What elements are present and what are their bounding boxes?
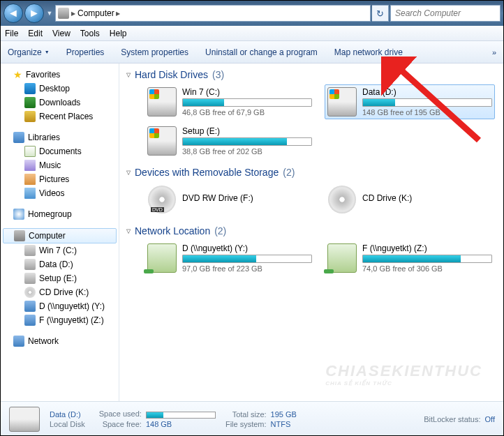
section-hdd[interactable]: ▽ Hard Disk Drives (3) — [126, 66, 496, 84]
toolbar-system-properties[interactable]: System properties — [121, 47, 188, 57]
collapse-icon: ▽ — [126, 228, 131, 234]
section-count: (3) — [212, 69, 224, 80]
capacity-bar — [362, 98, 492, 107]
network-icon — [13, 336, 24, 347]
status-key: Space free: — [99, 420, 142, 428]
sidebar-favorites[interactable]: ★Favorites — [1, 68, 119, 82]
section-title: Devices with Removable Storage — [135, 167, 279, 178]
drive-status: 46,8 GB free of 67,9 GB — [182, 108, 312, 116]
toolbar-overflow[interactable]: » — [492, 48, 496, 57]
status-value: 148 GB — [146, 420, 216, 428]
documents-icon — [24, 146, 36, 157]
sidebar-item-documents[interactable]: Documents — [1, 144, 119, 158]
drive-net-y[interactable]: D (\\nguyetkt) (Y:) 97,0 GB free of 223 … — [144, 241, 315, 276]
breadcrumb-computer[interactable]: Computer ▶ — [77, 8, 120, 18]
status-key: Total size: — [225, 410, 267, 419]
collapse-icon: ▽ — [126, 170, 131, 176]
drive-cd-k[interactable]: CD Drive (K:) — [325, 182, 495, 217]
sidebar-network[interactable]: Network — [1, 334, 119, 348]
hdd-icon — [147, 126, 177, 156]
status-value — [146, 409, 216, 418]
sidebar-item-downloads[interactable]: Downloads — [1, 96, 119, 110]
drive-net-z[interactable]: F (\\nguyetkt) (Z:) 74,0 GB free of 306 … — [325, 241, 495, 276]
music-icon — [24, 160, 36, 171]
computer-icon — [14, 230, 25, 241]
back-button[interactable]: ◄ — [3, 3, 23, 23]
sidebar-libraries[interactable]: Libraries — [1, 130, 119, 144]
drive-setup-e[interactable]: Setup (E:) 38,8 GB free of 202 GB — [144, 123, 315, 158]
sidebar-item-videos[interactable]: Videos — [1, 186, 119, 200]
drive-label: F (\\nguyetkt) (Z:) — [362, 243, 492, 255]
section-title: Hard Disk Drives — [135, 69, 208, 80]
drive-status: 148 GB free of 195 GB — [362, 108, 492, 116]
drive-dvd-f[interactable]: DVD DVD RW Drive (F:) — [144, 182, 315, 217]
sidebar-homegroup[interactable]: Homegroup — [1, 207, 119, 221]
sidebar-item-drive-d[interactable]: Data (D:) — [1, 257, 119, 271]
sidebar-item-music[interactable]: Music — [1, 158, 119, 172]
sidebar-item-drive-z[interactable]: F (\\nguyetkt) (Z:) — [1, 313, 119, 327]
toolbar-uninstall[interactable]: Uninstall or change a program — [205, 47, 318, 57]
sidebar-item-drive-k[interactable]: CD Drive (K:) — [1, 285, 119, 299]
section-network[interactable]: ▽ Network Location (2) — [126, 223, 496, 241]
sidebar-item-pictures[interactable]: Pictures — [1, 172, 119, 186]
chevron-right-icon: ▶ — [116, 10, 120, 17]
history-dropdown[interactable]: ▼ — [45, 3, 54, 23]
network-drive-icon — [327, 243, 357, 273]
recent-icon — [24, 111, 36, 122]
watermark: CHIASEKIENTHUC CHIA SẺ KIẾN THỨC — [325, 362, 482, 386]
drive-status: 38,8 GB free of 202 GB — [182, 147, 312, 156]
drive-win7-c[interactable]: Win 7 (C:) 46,8 GB free of 67,9 GB — [144, 84, 315, 119]
sidebar-item-recent-places[interactable]: Recent Places — [1, 110, 119, 123]
toolbar-properties[interactable]: Properties — [66, 47, 105, 57]
drive-icon — [24, 245, 36, 256]
sidebar-item-drive-y[interactable]: D (\\nguyetkt) (Y:) — [1, 299, 119, 313]
cd-icon — [327, 185, 357, 214]
menu-view[interactable]: View — [52, 29, 71, 38]
cd-icon — [24, 287, 36, 298]
window-titlebar: ◄ ► ▼ ▶ Computer ▶ ↻ — [1, 1, 503, 26]
toolbar-map-network-drive[interactable]: Map network drive — [334, 47, 403, 57]
sidebar-computer[interactable]: Computer — [3, 228, 117, 243]
toolbar: Organize ▼ Properties System properties … — [1, 41, 503, 63]
drive-label: Setup (E:) — [182, 126, 312, 137]
navigation-pane: ★Favorites Desktop Downloads Recent Plac… — [1, 63, 119, 401]
drive-status: 74,0 GB free of 306 GB — [362, 264, 492, 273]
menu-help[interactable]: Help — [110, 29, 127, 38]
search-input[interactable] — [390, 5, 501, 22]
status-key: Space used: — [99, 409, 142, 418]
capacity-bar — [182, 98, 312, 107]
drive-label: Win 7 (C:) — [182, 87, 312, 98]
capacity-bar — [182, 137, 312, 146]
drive-data-d[interactable]: Data (D:) 148 GB free of 195 GB — [325, 84, 495, 119]
menu-edit[interactable]: Edit — [28, 29, 43, 38]
organize-button[interactable]: Organize ▼ — [8, 47, 50, 57]
refresh-button[interactable]: ↻ — [372, 5, 389, 22]
desktop-icon — [24, 83, 36, 94]
status-value: 195 GB — [271, 410, 297, 419]
hdd-icon — [147, 87, 177, 116]
capacity-bar — [362, 255, 492, 263]
hdd-icon — [9, 407, 40, 432]
section-count: (2) — [283, 167, 295, 178]
collapse-icon: ▽ — [126, 72, 131, 78]
status-key: File system: — [225, 420, 267, 428]
hdd-icon — [327, 87, 357, 116]
menu-file[interactable]: File — [5, 29, 18, 38]
address-bar[interactable]: ▶ Computer ▶ — [55, 5, 371, 22]
sidebar-item-drive-c[interactable]: Win 7 (C:) — [1, 243, 119, 257]
capacity-bar — [182, 255, 312, 263]
status-type: Local Disk — [50, 420, 85, 428]
sidebar-item-desktop[interactable]: Desktop — [1, 82, 119, 96]
sidebar-item-drive-e[interactable]: Setup (E:) — [1, 271, 119, 285]
libraries-icon — [13, 132, 24, 143]
videos-icon — [24, 188, 36, 199]
drive-status: 97,0 GB free of 223 GB — [182, 264, 312, 273]
section-removable[interactable]: ▽ Devices with Removable Storage (2) — [126, 164, 496, 182]
status-name: Data (D:) — [50, 410, 85, 419]
menu-tools[interactable]: Tools — [80, 29, 100, 38]
forward-button[interactable]: ► — [24, 3, 44, 23]
dvd-icon: DVD — [147, 185, 177, 214]
drive-icon — [24, 259, 36, 270]
menu-bar: File Edit View Tools Help — [1, 26, 503, 41]
network-drive-icon — [24, 301, 36, 312]
